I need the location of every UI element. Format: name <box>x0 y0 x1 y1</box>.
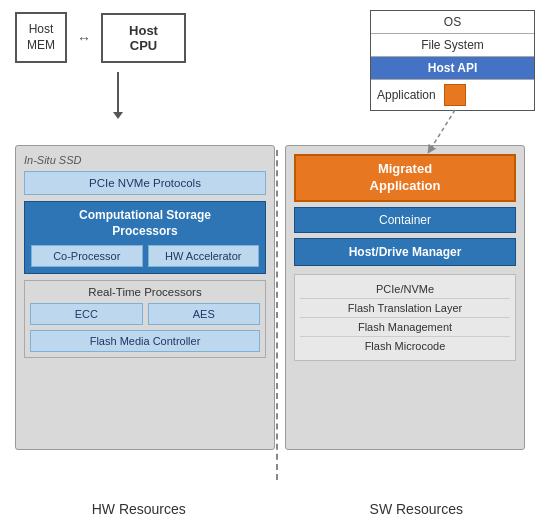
csp-title-line1: Computational Storage <box>79 208 211 222</box>
host-section: Host MEM ↔ Host CPU <box>15 12 186 63</box>
main-container: Host MEM ↔ Host CPU OS File System Host … <box>0 0 555 525</box>
down-arrow <box>113 72 123 119</box>
aes-box: AES <box>148 303 261 325</box>
pcie-nvme-sw-row: PCIe/NVMe <box>300 280 510 299</box>
csp-title: Computational Storage Processors <box>31 208 259 239</box>
host-mem-box: Host MEM <box>15 12 67 63</box>
application-row: Application <box>371 80 534 110</box>
flash-media-controller-box: Flash Media Controller <box>30 330 260 352</box>
host-drive-manager-box: Host/Drive Manager <box>294 238 516 266</box>
csp-title-line2: Processors <box>112 224 177 238</box>
host-mem-line2: MEM <box>27 38 55 52</box>
top-right-stack: OS File System Host API Application <box>370 10 535 111</box>
container-box: Container <box>294 207 516 233</box>
in-situ-ssd-box: In-Situ SSD PCIe NVMe Protocols Computat… <box>15 145 275 450</box>
sw-lower-stack: PCIe/NVMe Flash Translation Layer Flash … <box>294 274 516 361</box>
migrated-application-title: Migrated Application <box>301 161 509 195</box>
pcie-nvme-sw-label: PCIe/NVMe <box>376 283 434 295</box>
app-label: Application <box>377 88 436 102</box>
host-cpu-box: Host CPU <box>101 13 186 63</box>
hw-accelerator-label: HW Accelerator <box>165 250 241 262</box>
arrow-symbol: ↔ <box>77 30 91 46</box>
os-label: OS <box>444 15 461 29</box>
in-situ-label: In-Situ SSD <box>24 154 266 166</box>
aes-label: AES <box>193 308 215 320</box>
filesystem-row: File System <box>371 34 534 57</box>
arrow-head <box>113 112 123 119</box>
sw-resources-box: Migrated Application Container Host/Driv… <box>285 145 525 450</box>
ftl-label: Flash Translation Layer <box>348 302 462 314</box>
flash-management-row: Flash Management <box>300 318 510 337</box>
host-api-label: Host API <box>428 61 478 75</box>
host-api-row: Host API <box>371 57 534 80</box>
ftl-row: Flash Translation Layer <box>300 299 510 318</box>
filesystem-label: File System <box>421 38 484 52</box>
co-processor-box: Co-Processor <box>31 245 143 267</box>
flash-media-controller-label: Flash Media Controller <box>90 335 201 347</box>
migrated-line2: Application <box>370 178 441 193</box>
host-drive-manager-label: Host/Drive Manager <box>349 245 462 259</box>
host-mem-line1: Host <box>29 22 54 36</box>
hw-accelerator-box: HW Accelerator <box>148 245 260 267</box>
csp-sub-row: Co-Processor HW Accelerator <box>31 245 259 267</box>
ecc-label: ECC <box>75 308 98 320</box>
ecc-aes-row: ECC AES <box>30 303 260 325</box>
vertical-divider <box>276 150 278 480</box>
flash-microcode-row: Flash Microcode <box>300 337 510 355</box>
sw-resources-label: SW Resources <box>278 501 556 517</box>
host-cpu-label: Host CPU <box>129 23 158 53</box>
migrated-line1: Migrated <box>378 161 432 176</box>
container-label: Container <box>379 213 431 227</box>
hw-resources-label: HW Resources <box>0 501 278 517</box>
svg-line-0 <box>430 110 455 150</box>
pcie-nvme-protocols-label: PCIe NVMe Protocols <box>89 177 201 189</box>
csp-box: Computational Storage Processors Co-Proc… <box>24 201 266 274</box>
co-processor-label: Co-Processor <box>53 250 120 262</box>
flash-management-label: Flash Management <box>358 321 452 333</box>
flash-microcode-label: Flash Microcode <box>365 340 446 352</box>
rtp-section: Real-Time Processors ECC AES Flash Media… <box>24 280 266 358</box>
ecc-box: ECC <box>30 303 143 325</box>
bidirectional-arrow: ↔ <box>77 30 91 46</box>
migrated-application-box: Migrated Application <box>294 154 516 202</box>
pcie-nvme-protocols-box: PCIe NVMe Protocols <box>24 171 266 195</box>
os-row: OS <box>371 11 534 34</box>
arrow-line <box>117 72 119 112</box>
rtp-title: Real-Time Processors <box>30 286 260 298</box>
bottom-labels: HW Resources SW Resources <box>0 501 555 517</box>
app-orange-indicator <box>444 84 466 106</box>
